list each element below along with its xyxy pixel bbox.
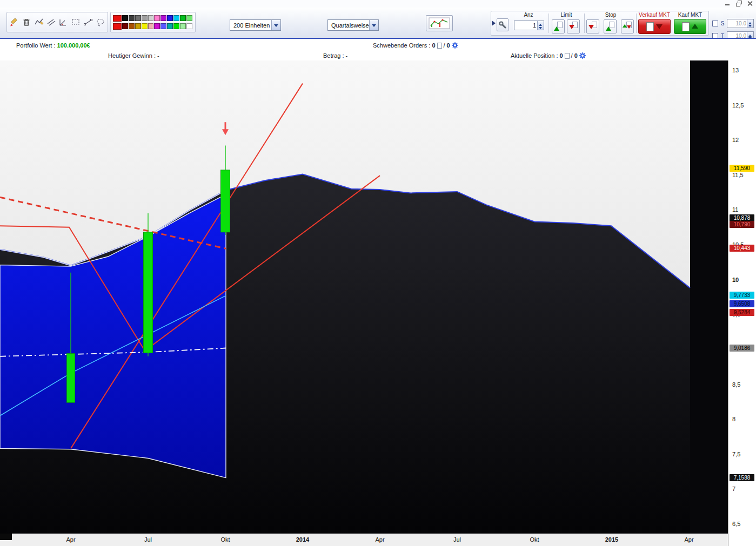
color-swatch[interactable] [167, 15, 173, 21]
position-count-2: 0 [574, 52, 578, 59]
color-swatch[interactable] [122, 15, 128, 21]
color-swatch[interactable] [154, 15, 160, 21]
sell-limit-button[interactable] [567, 19, 580, 33]
betrag-field: Betrag : - [323, 52, 347, 59]
color-swatch[interactable] [173, 15, 179, 21]
price-badge: 7,1588 [730, 474, 754, 481]
quantity-stepper[interactable]: 1 [514, 21, 544, 30]
color-swatch[interactable] [148, 23, 154, 29]
orders-list-icon[interactable] [437, 43, 442, 49]
color-swatch[interactable] [129, 23, 135, 29]
buy-limit-button[interactable] [552, 19, 565, 33]
chevron-down-icon[interactable] [271, 20, 280, 30]
buy-mkt-label: Kauf MKT [673, 12, 707, 18]
stop-value-stepper[interactable]: 10.0 [727, 19, 754, 28]
color-swatch[interactable] [148, 15, 154, 21]
chart-canvas[interactable] [0, 60, 728, 534]
position-list-icon[interactable] [565, 53, 570, 59]
channel-tool-icon[interactable] [45, 14, 57, 31]
chart-style-button[interactable] [426, 15, 453, 31]
arrow-down-icon [569, 25, 574, 32]
price-tick: 10 [732, 277, 739, 283]
stop-letter: S [720, 21, 725, 26]
orders-gear-icon[interactable] [452, 42, 458, 49]
color-swatch[interactable] [173, 23, 179, 29]
order-ticket-icon [682, 22, 690, 31]
arrow-up-icon [692, 21, 698, 29]
stop-dual-button[interactable] [621, 19, 634, 33]
color-swatch[interactable] [142, 15, 148, 21]
position-count: 0 [559, 52, 563, 59]
position-gear-icon[interactable] [579, 52, 586, 59]
price-tick: 8 [732, 416, 735, 422]
spinner-arrows-icon[interactable] [537, 21, 544, 30]
info-bar: Portfolio Wert : 100.000,00€ Heutiger Ge… [0, 39, 756, 60]
time-axis-label: 2014 [291, 536, 315, 543]
color-swatch[interactable] [180, 23, 186, 29]
sell-stop-button[interactable] [586, 19, 599, 33]
buy-market-button[interactable] [674, 19, 706, 34]
order-settings-button[interactable] [497, 18, 509, 31]
minimize-icon[interactable] [724, 1, 731, 6]
price-chart[interactable] [0, 60, 728, 534]
pencil-tool-icon[interactable] [8, 14, 21, 31]
qty-label: Anz [511, 12, 546, 18]
price-badge: 10,790 [730, 221, 754, 228]
order-panel: Anz 1 Limit Stop Verkauf MKT Kauf MKT [491, 11, 709, 36]
color-swatch[interactable] [122, 23, 128, 29]
angle-tool-icon[interactable] [57, 14, 70, 31]
color-swatch[interactable] [135, 23, 141, 29]
price-tick: 6,5 [732, 521, 740, 527]
rect-select-tool-icon[interactable] [70, 14, 82, 31]
buy-stop-button[interactable] [604, 19, 617, 33]
units-dropdown[interactable]: 200 Einheiten [230, 19, 281, 31]
color-swatch[interactable] [186, 23, 192, 29]
time-axis[interactable]: AprJulOkt2014AprJulOkt2015Apr [0, 534, 728, 546]
todays-gain: Heutiger Gewinn : - [108, 52, 159, 59]
color-swatch[interactable] [129, 15, 135, 21]
zigzag-tool-icon[interactable] [33, 14, 45, 31]
chevron-down-icon[interactable] [369, 20, 378, 30]
price-scale[interactable]: 1312,51211,51110,5109,598,587,576,511,59… [728, 60, 756, 546]
pending-orders-label: Schwebende Orders : [373, 42, 430, 49]
mini-chart-icon [429, 17, 450, 29]
color-swatch[interactable] [160, 15, 166, 21]
color-swatch[interactable] [113, 23, 122, 30]
color-swatch[interactable] [180, 15, 186, 21]
trash-icon[interactable] [21, 14, 33, 31]
spinner-arrows-icon[interactable] [747, 19, 753, 28]
pending-count: 0 [432, 42, 435, 49]
time-axis-label: Apr [368, 536, 392, 543]
stop-checkbox[interactable] [712, 21, 718, 26]
sell-market-button[interactable] [638, 19, 671, 34]
color-swatch[interactable] [113, 15, 122, 22]
period-dropdown[interactable]: Quartalsweise [327, 19, 379, 31]
color-swatch[interactable] [186, 15, 192, 21]
time-axis-label: Jul [136, 536, 160, 543]
price-tick: 11,5 [732, 172, 744, 178]
time-axis-label: Okt [523, 536, 546, 543]
close-icon[interactable] [746, 1, 754, 6]
color-swatch[interactable] [135, 15, 141, 21]
arrow-down-icon [627, 25, 631, 31]
price-tick: 12,5 [732, 102, 744, 109]
portfolio-value-field: Portfolio Wert : 100.000,00€ [16, 42, 90, 49]
position-label: Aktuelle Position : [511, 52, 558, 59]
price-tick: 8,5 [732, 381, 740, 388]
color-swatch[interactable] [160, 23, 166, 29]
arrow-up-icon [554, 24, 559, 31]
restore-icon[interactable] [735, 1, 742, 6]
period-dropdown-value: Quartalsweise [328, 22, 369, 29]
lasso-tool-icon[interactable] [94, 14, 106, 31]
quantity-value: 1 [514, 21, 537, 30]
color-swatch[interactable] [154, 23, 160, 29]
price-badge: 9,6508 [730, 300, 754, 307]
portfolio-label: Portfolio Wert : [16, 42, 56, 49]
color-swatch[interactable] [167, 23, 173, 29]
price-badge: 10,443 [730, 245, 754, 252]
portfolio-value: 100.000,00€ [57, 42, 90, 49]
color-swatch[interactable] [142, 23, 148, 29]
segment-tool-icon[interactable] [82, 14, 95, 31]
arrow-up-icon [606, 24, 611, 31]
price-tick: 13 [732, 67, 739, 73]
